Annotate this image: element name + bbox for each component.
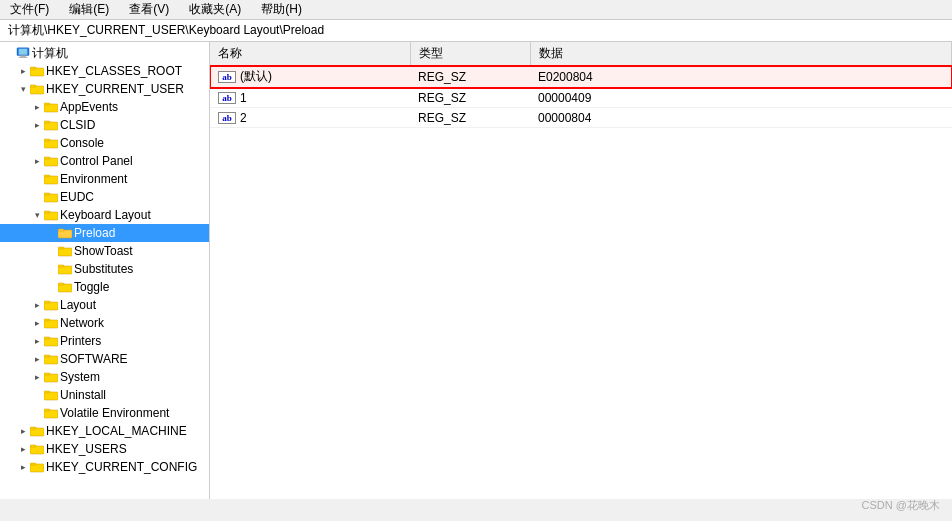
watermark: CSDN @花晚木 [862, 498, 940, 513]
table-row[interactable]: ab1REG_SZ00000409 [210, 88, 952, 108]
tree-item-console[interactable]: Console [0, 134, 209, 152]
expand-icon-network[interactable]: ▸ [30, 316, 44, 330]
table-row[interactable]: ab2REG_SZ00000804 [210, 108, 952, 128]
svg-rect-27 [58, 265, 64, 267]
expand-icon-software[interactable]: ▸ [30, 352, 44, 366]
tree-item-eudc[interactable]: EUDC [0, 188, 209, 206]
expand-icon-hku[interactable]: ▸ [16, 442, 30, 456]
main-layout: 计算机▸ HKEY_CLASSES_ROOT▾ HKEY_CURRENT_USE… [0, 42, 952, 499]
tree-item-network[interactable]: ▸ Network [0, 314, 209, 332]
tree-item-hkcr[interactable]: ▸ HKEY_CLASSES_ROOT [0, 62, 209, 80]
expand-icon-uninstall[interactable] [30, 388, 44, 402]
cell-data-1: 00000409 [530, 88, 952, 108]
cell-name-2: ab2 [210, 108, 410, 128]
expand-icon-hkcc[interactable]: ▸ [16, 460, 30, 474]
folder-icon-clsid [44, 119, 58, 131]
tree-item-preload[interactable]: Preload [0, 224, 209, 242]
expand-icon-hkcu[interactable]: ▾ [16, 82, 30, 96]
tree-label-hkcu: HKEY_CURRENT_USER [46, 82, 184, 96]
svg-rect-3 [19, 57, 28, 58]
menu-file[interactable]: 文件(F) [4, 0, 55, 19]
tree-item-hku[interactable]: ▸ HKEY_USERS [0, 440, 209, 458]
expand-icon-printers[interactable]: ▸ [30, 334, 44, 348]
tree-label-preload: Preload [74, 226, 115, 240]
expand-icon-environment[interactable] [30, 172, 44, 186]
tree-item-appevents[interactable]: ▸ AppEvents [0, 98, 209, 116]
ab-icon-0: ab [218, 71, 236, 83]
tree-label-hkcc: HKEY_CURRENT_CONFIG [46, 460, 197, 474]
tree-item-software[interactable]: ▸ SOFTWARE [0, 350, 209, 368]
svg-rect-21 [44, 211, 50, 213]
svg-rect-45 [30, 427, 36, 429]
tree-item-toggle[interactable]: Toggle [0, 278, 209, 296]
svg-rect-13 [44, 139, 50, 141]
expand-icon-hklm[interactable]: ▸ [16, 424, 30, 438]
svg-rect-2 [20, 56, 25, 57]
tree-panel[interactable]: 计算机▸ HKEY_CLASSES_ROOT▾ HKEY_CURRENT_USE… [0, 42, 210, 499]
expand-icon-appevents[interactable]: ▸ [30, 100, 44, 114]
expand-icon-keyboardlayout[interactable]: ▾ [30, 208, 44, 222]
folder-icon-console [44, 137, 58, 149]
menu-help[interactable]: 帮助(H) [255, 0, 308, 19]
tree-item-system[interactable]: ▸ System [0, 368, 209, 386]
tree-item-uninstall[interactable]: Uninstall [0, 386, 209, 404]
folder-icon-volatileenv [44, 407, 58, 419]
tree-item-controlpanel[interactable]: ▸ Control Panel [0, 152, 209, 170]
tree-item-keyboardlayout[interactable]: ▾ Keyboard Layout [0, 206, 209, 224]
expand-icon-computer[interactable] [2, 46, 16, 60]
cell-name-1: ab1 [210, 88, 410, 108]
folder-icon-environment [44, 173, 58, 185]
folder-icon-keyboardlayout [44, 209, 58, 221]
svg-rect-17 [44, 175, 50, 177]
cell-type-2: REG_SZ [410, 108, 530, 128]
menu-favorites[interactable]: 收藏夹(A) [183, 0, 247, 19]
expand-icon-clsid[interactable]: ▸ [30, 118, 44, 132]
tree-item-environment[interactable]: Environment [0, 170, 209, 188]
svg-rect-49 [30, 463, 36, 465]
folder-icon-toggle [58, 281, 72, 293]
tree-item-printers[interactable]: ▸ Printers [0, 332, 209, 350]
folder-icon-hku [30, 443, 44, 455]
tree-item-computer[interactable]: 计算机 [0, 44, 209, 62]
folder-icon-uninstall [44, 389, 58, 401]
menu-edit[interactable]: 编辑(E) [63, 0, 115, 19]
folder-icon-hkcc [30, 461, 44, 473]
tree-label-substitutes: Substitutes [74, 262, 133, 276]
table-row[interactable]: ab(默认)REG_SZE0200804 [210, 66, 952, 88]
svg-rect-47 [30, 445, 36, 447]
tree-item-hkcu[interactable]: ▾ HKEY_CURRENT_USER [0, 80, 209, 98]
expand-icon-hkcr[interactable]: ▸ [16, 64, 30, 78]
folder-icon-hklm [30, 425, 44, 437]
expand-icon-preload[interactable] [44, 226, 58, 240]
folder-icon-preload [58, 227, 72, 239]
tree-label-hklm: HKEY_LOCAL_MACHINE [46, 424, 187, 438]
tree-label-uninstall: Uninstall [60, 388, 106, 402]
menu-view[interactable]: 查看(V) [123, 0, 175, 19]
tree-label-showtoast: ShowToast [74, 244, 133, 258]
expand-icon-controlpanel[interactable]: ▸ [30, 154, 44, 168]
svg-rect-9 [44, 103, 50, 105]
tree-label-clsid: CLSID [60, 118, 95, 132]
tree-label-software: SOFTWARE [60, 352, 128, 366]
expand-icon-console[interactable] [30, 136, 44, 150]
tree-item-layout[interactable]: ▸ Layout [0, 296, 209, 314]
expand-icon-system[interactable]: ▸ [30, 370, 44, 384]
expand-icon-toggle[interactable] [44, 280, 58, 294]
tree-item-hklm[interactable]: ▸ HKEY_LOCAL_MACHINE [0, 422, 209, 440]
folder-icon-network [44, 317, 58, 329]
tree-label-printers: Printers [60, 334, 101, 348]
tree-item-showtoast[interactable]: ShowToast [0, 242, 209, 260]
svg-rect-25 [58, 247, 64, 249]
expand-icon-layout[interactable]: ▸ [30, 298, 44, 312]
expand-icon-volatileenv[interactable] [30, 406, 44, 420]
svg-rect-19 [44, 193, 50, 195]
tree-item-substitutes[interactable]: Substitutes [0, 260, 209, 278]
expand-icon-showtoast[interactable] [44, 244, 58, 258]
tree-item-volatileenv[interactable]: Volatile Environment [0, 404, 209, 422]
expand-icon-eudc[interactable] [30, 190, 44, 204]
tree-label-keyboardlayout: Keyboard Layout [60, 208, 151, 222]
expand-icon-substitutes[interactable] [44, 262, 58, 276]
tree-item-clsid[interactable]: ▸ CLSID [0, 116, 209, 134]
tree-item-hkcc[interactable]: ▸ HKEY_CURRENT_CONFIG [0, 458, 209, 476]
cell-type-1: REG_SZ [410, 88, 530, 108]
